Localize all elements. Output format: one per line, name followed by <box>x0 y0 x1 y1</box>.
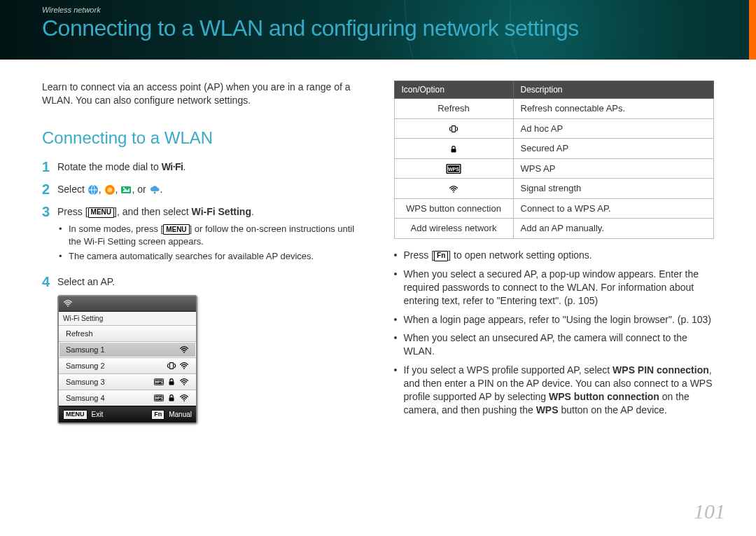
gallery-icon <box>120 184 132 195</box>
step-3: 3 Press [], and then select Wi-Fi Settin… <box>42 204 363 267</box>
svg-point-2 <box>107 188 112 193</box>
svg-point-7 <box>183 352 185 353</box>
device-title: Wi-Fi Setting <box>59 312 196 326</box>
b2: When you select a secured AP, a pop-up w… <box>404 268 715 308</box>
step-3-d: . <box>251 206 254 217</box>
svg-text:WPS: WPS <box>155 380 163 384</box>
table-row: Ad hoc AP <box>394 118 714 139</box>
svg-rect-13 <box>169 381 174 385</box>
wps-icon: WPS <box>154 393 164 403</box>
bullet-1: •Press [] to open network setting option… <box>394 249 715 262</box>
step-2-or: , or <box>132 184 148 195</box>
wps-icon: WPS <box>154 377 164 387</box>
device-manual: Manual <box>169 410 192 420</box>
globe-icon <box>88 184 99 195</box>
dev-r2: Samsung 2 <box>66 361 105 371</box>
dev-r4: Samsung 4 <box>66 393 105 404</box>
step-4-body: Select an AP. <box>57 274 363 289</box>
svg-point-19 <box>183 400 185 401</box>
step-2-end: . <box>160 184 163 195</box>
b5b: WPS PIN connection <box>612 364 709 376</box>
dev-r3: Samsung 3 <box>66 377 105 387</box>
signal-icon <box>449 184 458 194</box>
side-tab <box>749 0 756 60</box>
bullet-4: •When you select an unsecured AP, the ca… <box>394 331 715 358</box>
step-4: 4 Select an AP. <box>42 274 363 289</box>
page-title: Connecting to a WLAN and configuring net… <box>42 15 756 41</box>
bullet-3: •When a login page appears, refer to "Us… <box>394 313 715 327</box>
table-row: WPSWPS AP <box>394 158 714 179</box>
device-bottom-bar: Exit Manual <box>59 406 196 422</box>
step-1-body: Rotate the mode dial to Wi·Fi. <box>57 159 363 174</box>
step-1: 1 Rotate the mode dial to Wi·Fi. <box>42 159 363 174</box>
orange-app-icon <box>104 184 115 195</box>
opt-adhoc <box>394 118 513 139</box>
table-row: WPS button connectionConnect to a WPS AP… <box>394 198 714 219</box>
step-3-sub-2: •The camera automatically searches for a… <box>59 250 363 263</box>
device-row-refresh: Refresh <box>59 325 196 341</box>
device-screenshot: Wi-Fi Setting Refresh Samsung 1 Samsung … <box>57 295 197 425</box>
desc-wps: WPS AP <box>513 158 714 179</box>
breadcrumb: Wireless network <box>42 6 756 14</box>
section-title: Connecting to a WLAN <box>42 127 363 149</box>
page-banner: Wireless network Connecting to a WLAN an… <box>0 0 756 60</box>
dev-r0: Refresh <box>66 329 93 339</box>
menu-key-device <box>63 410 88 420</box>
b4: When you select an unsecured AP, the cam… <box>404 331 715 358</box>
desc-wpsbtn: Connect to a WPS AP. <box>513 198 714 219</box>
desc-adhoc: Ad hoc AP <box>513 118 714 139</box>
opt-add: Add wireless network <box>394 219 513 239</box>
step-2: 2 Select , , , or . <box>42 181 363 197</box>
step-number-1: 1 <box>42 159 57 174</box>
b5g: button on the AP device. <box>559 404 667 415</box>
left-column: Learn to connect via an access point (AP… <box>42 81 363 424</box>
b3: When a login page appears, refer to "Usi… <box>404 313 712 327</box>
menu-key-2 <box>163 224 189 235</box>
adhoc-icon <box>167 361 176 371</box>
desc-signal: Signal strength <box>513 179 714 199</box>
svg-rect-8 <box>169 363 173 369</box>
step-3-sub-1: •In some modes, press [] or follow the o… <box>59 223 363 247</box>
table-header-row: Icon/Option Description <box>394 81 714 99</box>
lock-icon <box>449 144 458 154</box>
table-row: Signal strength <box>394 179 714 199</box>
table-row: Secured AP <box>394 139 714 159</box>
content: Learn to connect via an access point (AP… <box>0 60 756 424</box>
svg-text:WPS: WPS <box>448 167 459 172</box>
device-row-samsung3: Samsung 3 WPS <box>59 373 196 390</box>
s3s1a: In some modes, press [ <box>69 224 163 234</box>
bullet-2: •When you select a secured AP, a pop-up … <box>394 268 715 308</box>
step-3-c: Wi-Fi Setting <box>192 206 251 217</box>
step-3-body: Press [], and then select Wi-Fi Setting.… <box>57 204 363 267</box>
svg-rect-18 <box>169 397 174 401</box>
b1b: ] to open network setting options. <box>448 249 592 261</box>
adhoc-icon <box>449 124 458 134</box>
svg-point-9 <box>183 368 185 369</box>
step-3-sublist: •In some modes, press [] or follow the o… <box>57 223 363 263</box>
bullet-5: • If you select a WPS profile supported … <box>394 364 715 417</box>
svg-text:WPS: WPS <box>155 397 163 400</box>
signal-icon <box>179 393 189 403</box>
svg-point-25 <box>453 191 454 193</box>
opt-secured <box>394 139 513 159</box>
desc-secured: Secured AP <box>513 139 714 159</box>
signal-icon <box>179 361 189 371</box>
device-row-samsung1: Samsung 1 <box>59 341 196 357</box>
svg-rect-21 <box>451 149 456 152</box>
step-2-body: Select , , , or . <box>57 181 363 197</box>
table-row: RefreshRefresh connectable APs. <box>394 99 714 119</box>
table-h1: Icon/Option <box>394 81 513 99</box>
wifi-label: Wi·Fi <box>162 161 183 172</box>
signal-icon <box>179 345 189 355</box>
intro-text: Learn to connect via an access point (AP… <box>42 81 363 107</box>
opt-signal <box>394 179 513 199</box>
step-3-b: ], and then select <box>114 206 192 217</box>
fn-key-device <box>151 410 164 420</box>
opt-refresh: Refresh <box>394 99 513 119</box>
signal-icon <box>63 298 73 308</box>
options-table: Icon/Option Description RefreshRefresh c… <box>394 81 715 239</box>
desc-add: Add an AP manually. <box>513 219 714 239</box>
page-number: 101 <box>694 500 725 523</box>
b5f: WPS <box>536 404 559 415</box>
svg-point-14 <box>183 384 185 385</box>
